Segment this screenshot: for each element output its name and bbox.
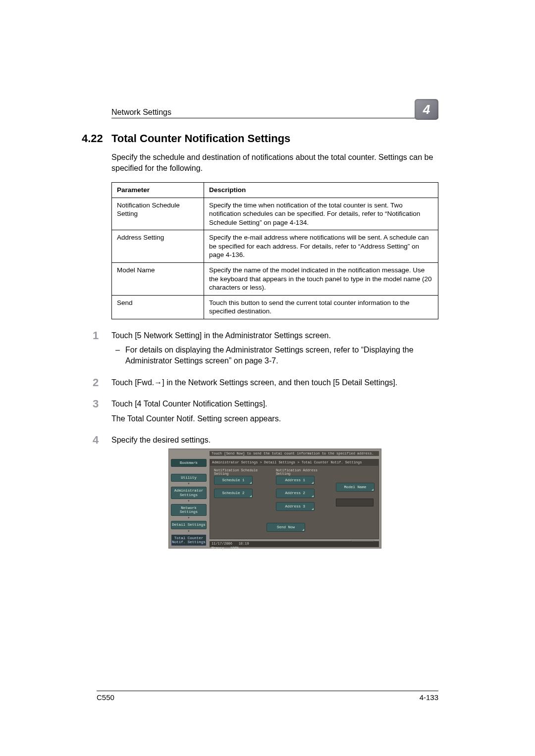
section-heading: 4.22Total Counter Notification Settings [82,132,438,145]
table-header-parameter: Parameter [112,183,204,198]
table-row: Model Name Specify the name of the model… [112,263,438,296]
chevron-down-icon: ▾ [171,482,207,486]
status-memory-label: Memory [212,546,224,550]
model-name-button[interactable]: Model Name [336,483,374,492]
running-header: Network Settings 4 [111,99,438,118]
step-text: Specify the desired settings. [111,436,211,444]
utility-button[interactable]: Utility [171,474,207,482]
schedule-column: Notification Schedule Setting Schedule 1… [214,469,268,514]
step-substep: For details on displaying the Administra… [111,345,438,366]
model-name-input[interactable] [336,499,374,506]
chevron-down-icon: ▾ [171,529,207,533]
bookmark-button[interactable]: Bookmark [171,459,207,467]
detail-settings-button[interactable]: Detail Settings [171,521,207,529]
chapter-number-badge: 4 [415,99,438,120]
param-desc: Specify the e-mail address where notific… [204,230,438,263]
address-3-button[interactable]: Address 3 [276,502,315,511]
panel-message-bar: Touch [Send Now] to send the total count… [210,451,379,456]
network-settings-button[interactable]: Network Settings [171,504,207,516]
table-row: Notification Schedule Setting Specify th… [112,198,438,230]
address-1-button[interactable]: Address 1 [276,476,315,485]
step-text: Touch [5 Network Setting] in the Adminis… [111,331,331,340]
header-section-title: Network Settings [111,108,171,117]
step-result: The Total Counter Notif. Setting screen … [111,413,438,424]
send-now-button[interactable]: Send Now [267,523,305,532]
section-title: Total Counter Notification Settings [111,132,290,145]
step-text: Touch [Fwd.→] in the Network Settings sc… [111,378,397,387]
param-name: Model Name [112,263,204,296]
table-header-description: Description [204,183,438,198]
param-desc: Specify the name of the model indicated … [204,263,438,296]
page-footer: C550 4-133 [97,691,438,702]
status-memory-value: 100% [230,546,239,550]
section-intro: Specify the schedule and destination of … [111,152,438,173]
param-name: Address Setting [112,230,204,263]
chevron-down-icon: ▾ [171,516,207,520]
param-name: Notification Schedule Setting [112,198,204,230]
status-date: 11/17/2006 [212,542,232,546]
address-2-button[interactable]: Address 2 [276,489,315,498]
table-row: Send Touch this button to send the curre… [112,295,438,319]
table-row: Address Setting Specify the e-mail addre… [112,230,438,263]
procedure-steps: 1 Touch [5 Network Setting] in the Admin… [111,330,438,549]
status-time: 18:19 [239,542,249,546]
param-desc: Specify the time when notification of th… [204,198,438,230]
address-column-label: Notification Address Setting [276,469,328,476]
total-counter-notif-button[interactable]: Total Counter Notif. Settings [171,534,207,547]
panel-status-bar: 11/17/2006 18:19 Memory 100% [210,541,379,547]
panel-breadcrumb: Administrator Settings > Detail Settings… [210,459,378,466]
footer-page-number: 4-133 [420,693,438,702]
step-text: Touch [4 Total Counter Notification Sett… [111,400,268,408]
touch-panel-screenshot: Touch [Send Now] to send the total count… [168,449,381,549]
panel-left-nav: Bookmark Utility ▾ Administrator Setting… [171,459,207,546]
step: 2 Touch [Fwd.→] in the Network Settings … [93,377,438,388]
schedule-2-button[interactable]: Schedule 2 [214,489,253,498]
step: 1 Touch [5 Network Setting] in the Admin… [93,330,438,366]
step-number: 4 [93,433,99,448]
step-number: 1 [93,328,99,343]
schedule-column-label: Notification Schedule Setting [214,469,268,476]
address-column: Notification Address Setting Address 1 A… [276,469,328,514]
step-number: 2 [93,375,99,390]
param-name: Send [112,295,204,319]
model-name-column: Model Name [336,469,374,514]
footer-model: C550 [97,693,114,702]
step: 3 Touch [4 Total Counter Notification Se… [93,399,438,424]
admin-settings-button[interactable]: Administrator Settings [171,487,207,499]
panel-main: Administrator Settings > Detail Settings… [210,459,379,539]
param-desc: Touch this button to send the current to… [204,295,438,319]
section-number: 4.22 [82,132,111,145]
parameter-table: Parameter Description Notification Sched… [111,182,438,319]
schedule-1-button[interactable]: Schedule 1 [214,476,253,485]
chevron-down-icon: ▾ [171,499,207,503]
step: 4 Specify the desired settings. Touch [S… [93,435,438,549]
step-number: 3 [93,397,99,411]
